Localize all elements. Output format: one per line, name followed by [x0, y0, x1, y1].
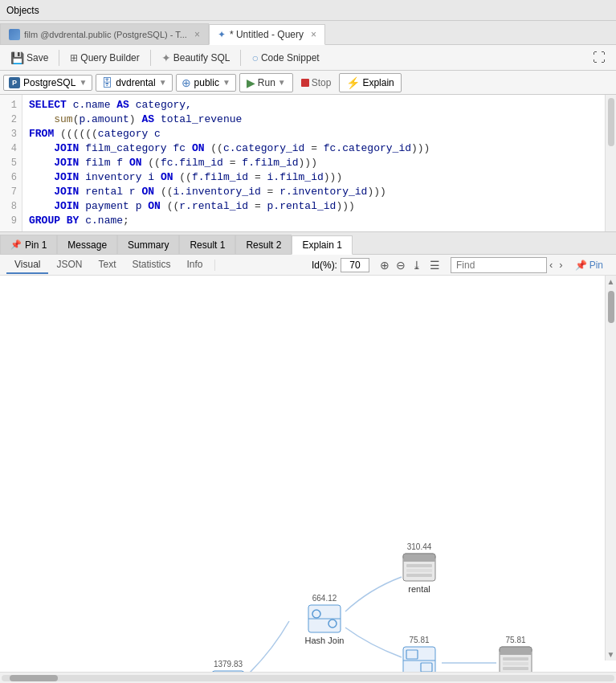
node-rental-row2	[406, 569, 432, 572]
pin-label: Pin	[589, 260, 603, 271]
query-builder-icon: ⊞	[70, 52, 78, 63]
objects-bar: Objects	[0, 0, 616, 21]
rtab-pin1[interactable]: 📌 Pin 1	[0, 235, 57, 254]
query-builder-button[interactable]: ⊞ Query Builder	[63, 49, 146, 67]
code-snippet-button[interactable]: ○ Code Snippet	[244, 48, 326, 67]
explain-button[interactable]: ⚡ Explain	[339, 73, 401, 92]
vstab-text[interactable]: Text	[90, 256, 124, 274]
rtab-result1-label: Result 1	[190, 239, 225, 251]
pin-icon: 📌	[10, 239, 22, 250]
sql-editor[interactable]: 123456789 SELECT c.name AS category, sum…	[0, 95, 616, 232]
save-button[interactable]: 💾 Save	[3, 48, 55, 67]
code-editor[interactable]: SELECT c.name AS category, sum(p.amount)…	[22, 95, 605, 231]
hscroll-track	[2, 675, 614, 681]
beautify-button[interactable]: ✦ Beautify SQL	[154, 48, 238, 67]
editor-vscroll[interactable]	[605, 95, 616, 231]
rtab-result2-label: Result 2	[246, 239, 281, 251]
zoom-fit-button[interactable]: ⤓	[410, 258, 424, 272]
next-result-button[interactable]: ›	[557, 258, 565, 272]
pin-icon-visual: 📌	[575, 260, 587, 271]
hscroll-thumb[interactable]	[10, 675, 58, 681]
node-inv-row3	[503, 667, 528, 670]
database-label: dvdrental	[116, 77, 155, 88]
prev-result-button[interactable]: ‹	[547, 258, 555, 272]
toolbar-sep-2	[150, 50, 151, 66]
vstab-text-label: Text	[98, 259, 116, 270]
rtab-result2[interactable]: Result 2	[235, 235, 292, 254]
vstab-json[interactable]: JSON	[48, 256, 90, 274]
tab-film[interactable]: film @dvdrental.public (PostgreSQL) - T.…	[0, 23, 209, 44]
db-type-label: PostgreSQL	[23, 77, 75, 88]
vstab-statistics[interactable]: Statistics	[124, 256, 179, 274]
run-button[interactable]: ▶ Run ▼	[239, 73, 293, 92]
node-rental-label: rental	[408, 584, 430, 594]
zoom-controls: ⊕ ⊖ ⤓	[377, 258, 424, 272]
node-hj2-bg	[212, 671, 244, 672]
vstab-json-label: JSON	[56, 259, 82, 270]
code-line-5: JOIN film f ON ((fc.film_id = f.film_id)…	[29, 156, 598, 170]
explain-label: Explain	[362, 77, 394, 88]
tab-untitled[interactable]: ✦ * Untitled - Query ×	[209, 24, 325, 45]
vscroll-up-arrow[interactable]: ▲	[606, 276, 616, 288]
find-input[interactable]	[451, 257, 547, 273]
rtab-message-label: Message	[67, 239, 107, 251]
db-type-select[interactable]: P PostgreSQL ▼	[3, 75, 92, 91]
code-line-4: JOIN film_category fc ON ((c.category_id…	[29, 141, 598, 156]
schema-select[interactable]: ⊕ public ▼	[176, 74, 236, 92]
tab-untitled-label: * Untitled - Query	[230, 29, 304, 40]
node-hashjoin2[interactable]: 1379.83 Hash Join	[209, 660, 248, 672]
tab-film-label: film @dvdrental.public (PostgreSQL) - T.…	[24, 30, 187, 39]
query-builder-label: Query Builder	[80, 52, 139, 63]
vstab-statistics-label: Statistics	[133, 259, 171, 270]
rtab-explain1-label: Explain 1	[302, 239, 341, 251]
code-line-2: sum(p.amount) AS total_revenue	[29, 112, 598, 127]
database-chevron: ▼	[159, 78, 167, 87]
rtab-message[interactable]: Message	[57, 235, 117, 254]
node-hash2[interactable]: 75.81 Hash	[403, 636, 435, 672]
node-hashjoin3[interactable]: 664.12 Hash Join	[305, 594, 345, 645]
id-input[interactable]	[341, 258, 369, 272]
schema-icon: ⊕	[182, 76, 191, 89]
pin-button[interactable]: 📌 Pin	[569, 257, 610, 273]
zoom-in-button[interactable]: ⊕	[377, 258, 392, 272]
rtab-explain1[interactable]: Explain 1	[292, 235, 352, 255]
zoom-out-button[interactable]: ⊖	[394, 258, 408, 272]
vstab-visual-label: Visual	[14, 259, 40, 270]
code-snippet-label: Code Snippet	[261, 52, 320, 63]
rtab-summary[interactable]: Summary	[117, 235, 179, 254]
plan-svg: 2698.42 Σ Aggregate 2387.07 Hash Join	[0, 276, 602, 672]
connection-bar: P PostgreSQL ▼ 🗄 dvdrental ▼ ⊕ public ▼ …	[0, 71, 616, 95]
line-hj3-hash2	[345, 628, 402, 657]
visual-hscroll[interactable]	[0, 672, 616, 683]
toolbar-sep-3	[240, 50, 241, 66]
vstab-info[interactable]: Info	[179, 256, 211, 274]
rtab-result1[interactable]: Result 1	[179, 235, 235, 254]
result-tabs: 📌 Pin 1 Message Summary Result 1 Result …	[0, 232, 616, 255]
run-icon: ▶	[247, 76, 255, 89]
code-line-3: FROM ((((((category c	[29, 127, 598, 141]
line-hj3-rental	[345, 577, 402, 611]
vscroll-thumb[interactable]	[608, 291, 614, 323]
editor-vscroll-thumb[interactable]	[608, 98, 614, 146]
tab-bar: film @dvdrental.public (PostgreSQL) - T.…	[0, 21, 616, 45]
visual-vscroll[interactable]: ▲ ▼	[605, 276, 616, 661]
fullscreen-button[interactable]: ⛶	[585, 47, 613, 68]
tab-film-close[interactable]: ×	[194, 29, 200, 40]
visual-plan[interactable]: 2698.42 Σ Aggregate 2387.07 Hash Join	[0, 276, 616, 672]
stop-icon	[301, 79, 309, 87]
tab-untitled-close[interactable]: ×	[311, 29, 316, 40]
layout-button[interactable]: ☰	[427, 258, 443, 272]
vstab-visual[interactable]: Visual	[6, 256, 48, 274]
vstab-sep	[214, 260, 215, 271]
node-inv-header2	[500, 652, 532, 655]
database-select[interactable]: 🗄 dvdrental ▼	[96, 74, 172, 92]
run-dropdown-icon: ▼	[278, 78, 286, 87]
vscroll-down-arrow[interactable]: ▼	[606, 648, 616, 661]
stop-button[interactable]: Stop	[296, 75, 337, 91]
node-inv-row1	[503, 657, 528, 661]
id-control: Id(%): ⊕ ⊖ ⤓ ☰ ‹ › 📌 Pin	[312, 257, 610, 273]
node-rental[interactable]: 310.44 rental	[403, 542, 435, 594]
node-inventory[interactable]: 75.81 inventory	[498, 636, 534, 672]
objects-label: Objects	[6, 5, 39, 16]
save-icon: 💾	[10, 51, 24, 64]
